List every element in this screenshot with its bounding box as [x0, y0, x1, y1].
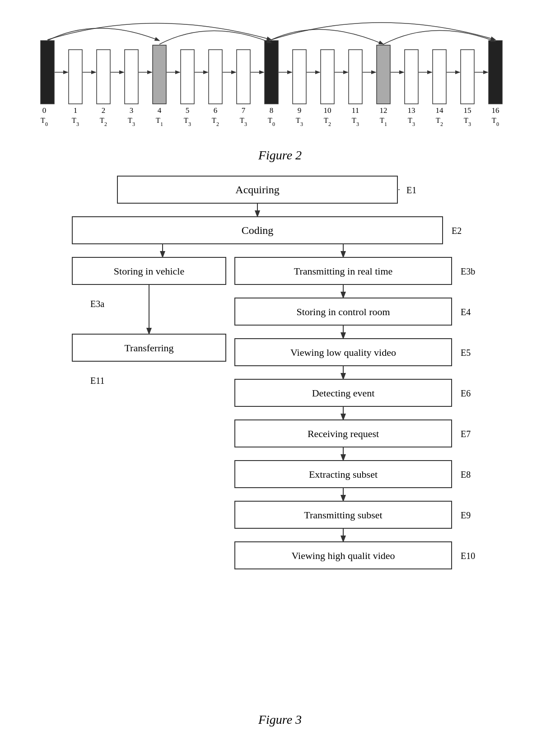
- svg-text:Storing in control room: Storing in control room: [296, 306, 390, 317]
- svg-rect-9: [293, 50, 306, 104]
- svg-text:T3: T3: [352, 116, 359, 127]
- svg-text:E8: E8: [461, 470, 471, 480]
- svg-rect-14: [433, 50, 446, 104]
- svg-text:15: 15: [464, 106, 471, 115]
- svg-text:E7: E7: [461, 429, 471, 439]
- svg-text:T3: T3: [240, 116, 247, 127]
- svg-text:16: 16: [492, 106, 499, 115]
- svg-text:Viewing low quality video: Viewing low quality video: [290, 347, 396, 358]
- svg-text:T1: T1: [156, 116, 163, 127]
- svg-text:E10: E10: [461, 551, 475, 561]
- svg-text:E9: E9: [461, 510, 471, 520]
- svg-text:E2: E2: [452, 226, 462, 236]
- svg-text:4: 4: [158, 106, 162, 115]
- svg-text:3: 3: [130, 106, 134, 115]
- svg-text:T3: T3: [72, 116, 79, 127]
- svg-text:T3: T3: [408, 116, 415, 127]
- svg-text:9: 9: [298, 106, 302, 115]
- svg-text:E5: E5: [461, 348, 471, 358]
- fig3-svg: Acquiring E1 Coding E2 Storing in vehicl…: [27, 172, 533, 704]
- svg-text:0: 0: [42, 106, 47, 115]
- svg-text:14: 14: [436, 106, 444, 115]
- svg-rect-10: [321, 50, 334, 104]
- svg-text:E11: E11: [90, 376, 104, 386]
- svg-text:Acquiring: Acquiring: [235, 184, 279, 196]
- svg-text:Detecting event: Detecting event: [312, 387, 375, 399]
- svg-text:13: 13: [408, 106, 415, 115]
- figure2-title: Figure 2: [258, 148, 302, 163]
- svg-rect-16: [489, 41, 502, 104]
- svg-text:T0: T0: [41, 116, 48, 127]
- figure3: Acquiring E1 Coding E2 Storing in vehicl…: [27, 172, 533, 727]
- svg-rect-4: [153, 45, 166, 104]
- svg-text:10: 10: [324, 106, 331, 115]
- svg-text:12: 12: [380, 106, 387, 115]
- figure2: 0 1 2 3 4 5 6 7 8 9 10 11 12 13 14 15 16…: [27, 9, 533, 163]
- svg-text:Transmitting in real time: Transmitting in real time: [294, 266, 393, 277]
- svg-text:E3a: E3a: [90, 299, 104, 309]
- svg-rect-15: [461, 50, 474, 104]
- svg-rect-6: [209, 50, 222, 104]
- svg-rect-7: [237, 50, 250, 104]
- fig2-diagram: 0 1 2 3 4 5 6 7 8 9 10 11 12 13 14 15 16…: [27, 14, 533, 140]
- svg-text:Receiving request: Receiving request: [308, 428, 379, 439]
- svg-text:Transmitting subset: Transmitting subset: [304, 509, 382, 521]
- svg-text:T3: T3: [464, 116, 471, 127]
- svg-rect-3: [125, 50, 138, 104]
- svg-text:T3: T3: [184, 116, 191, 127]
- fig2-svg: 0 1 2 3 4 5 6 7 8 9 10 11 12 13 14 15 16…: [27, 14, 533, 131]
- svg-text:E4: E4: [461, 307, 471, 317]
- svg-text:T2: T2: [324, 116, 331, 127]
- svg-rect-8: [265, 41, 278, 104]
- svg-rect-2: [97, 50, 110, 104]
- figure3-title: Figure 3: [258, 713, 302, 727]
- svg-text:1: 1: [74, 106, 78, 115]
- svg-text:E3b: E3b: [461, 266, 475, 276]
- svg-text:Storing in vehicle: Storing in vehicle: [114, 266, 184, 277]
- svg-rect-12: [377, 45, 390, 104]
- svg-text:T2: T2: [212, 116, 219, 127]
- svg-rect-11: [349, 50, 362, 104]
- svg-rect-1: [69, 50, 82, 104]
- svg-rect-0: [41, 41, 54, 104]
- svg-text:5: 5: [186, 106, 190, 115]
- svg-text:T2: T2: [100, 116, 107, 127]
- svg-text:8: 8: [270, 106, 274, 115]
- svg-text:T0: T0: [492, 116, 499, 127]
- svg-text:2: 2: [102, 106, 106, 115]
- svg-text:Transferring: Transferring: [124, 342, 173, 354]
- svg-text:E6: E6: [461, 388, 471, 398]
- svg-text:Viewing high qualit video: Viewing high qualit video: [291, 550, 395, 561]
- svg-text:6: 6: [214, 106, 218, 115]
- svg-text:E1: E1: [406, 185, 416, 195]
- svg-text:7: 7: [242, 106, 246, 115]
- svg-text:T3: T3: [296, 116, 303, 127]
- svg-text:Extracting subset: Extracting subset: [309, 469, 378, 480]
- svg-rect-5: [181, 50, 194, 104]
- svg-text:T1: T1: [380, 116, 387, 127]
- svg-rect-13: [405, 50, 418, 104]
- svg-text:T0: T0: [268, 116, 275, 127]
- svg-text:Coding: Coding: [242, 224, 274, 236]
- svg-text:T2: T2: [436, 116, 443, 127]
- svg-text:11: 11: [352, 106, 359, 115]
- svg-text:T3: T3: [128, 116, 135, 127]
